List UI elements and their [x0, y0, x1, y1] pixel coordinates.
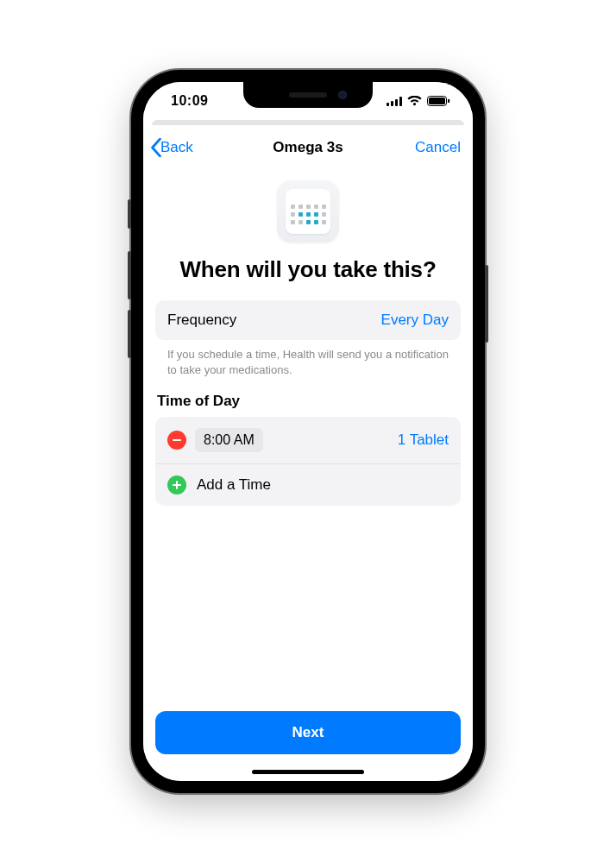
- svg-rect-0: [387, 103, 389, 106]
- screen: 10:09 Back Omega 3s: [143, 82, 473, 781]
- time-value[interactable]: 8:00 AM: [195, 428, 263, 452]
- home-indicator[interactable]: [252, 770, 364, 774]
- status-time: 10:09: [171, 93, 208, 109]
- frequency-label: Frequency: [167, 312, 236, 329]
- time-group: 8:00 AM 1 Tablet Add a Time: [155, 417, 461, 506]
- volume-down-button: [128, 310, 131, 358]
- status-right: [387, 96, 450, 106]
- cancel-button[interactable]: Cancel: [415, 139, 461, 156]
- time-row[interactable]: 8:00 AM 1 Tablet: [155, 417, 461, 463]
- content: When will you take this? Frequency Every…: [143, 168, 473, 711]
- svg-rect-3: [399, 97, 402, 106]
- back-button[interactable]: Back: [150, 138, 193, 157]
- next-button[interactable]: Next: [155, 711, 461, 754]
- svg-rect-2: [395, 99, 398, 106]
- svg-rect-6: [448, 99, 449, 103]
- sheet-behind-card: [152, 120, 464, 125]
- nav-title: Omega 3s: [273, 139, 343, 156]
- time-section-header: Time of Day: [155, 393, 461, 417]
- svg-rect-5: [429, 98, 445, 104]
- calendar-hero-icon: [277, 180, 339, 243]
- volume-up-button: [128, 251, 131, 299]
- frequency-value: Every Day: [381, 312, 449, 329]
- battery-icon: [427, 96, 450, 106]
- mute-switch: [128, 199, 131, 229]
- cellular-icon: [387, 97, 402, 106]
- notch: [243, 82, 373, 108]
- phone-frame: 10:09 Back Omega 3s: [131, 70, 485, 793]
- power-button: [485, 265, 488, 343]
- add-time-label: Add a Time: [197, 476, 271, 494]
- svg-rect-1: [391, 101, 393, 106]
- back-label: Back: [160, 139, 193, 156]
- frequency-group: Frequency Every Day: [155, 300, 461, 340]
- frequency-row[interactable]: Frequency Every Day: [155, 300, 461, 340]
- calendar-page-icon: [286, 189, 330, 234]
- remove-time-button[interactable]: [167, 431, 186, 450]
- speaker-grille: [289, 92, 327, 98]
- frequency-footnote: If you schedule a time, Health will send…: [155, 340, 461, 393]
- wifi-icon: [407, 96, 422, 106]
- front-camera: [338, 91, 347, 99]
- nav-bar: Back Omega 3s Cancel: [143, 127, 473, 168]
- dose-value[interactable]: 1 Tablet: [398, 432, 449, 449]
- add-time-row[interactable]: Add a Time: [155, 463, 461, 506]
- add-time-button[interactable]: [167, 476, 186, 494]
- page-title: When will you take this?: [155, 256, 461, 283]
- minus-icon: [173, 439, 181, 441]
- modal-sheet: Back Omega 3s Cancel When will you take …: [143, 127, 473, 781]
